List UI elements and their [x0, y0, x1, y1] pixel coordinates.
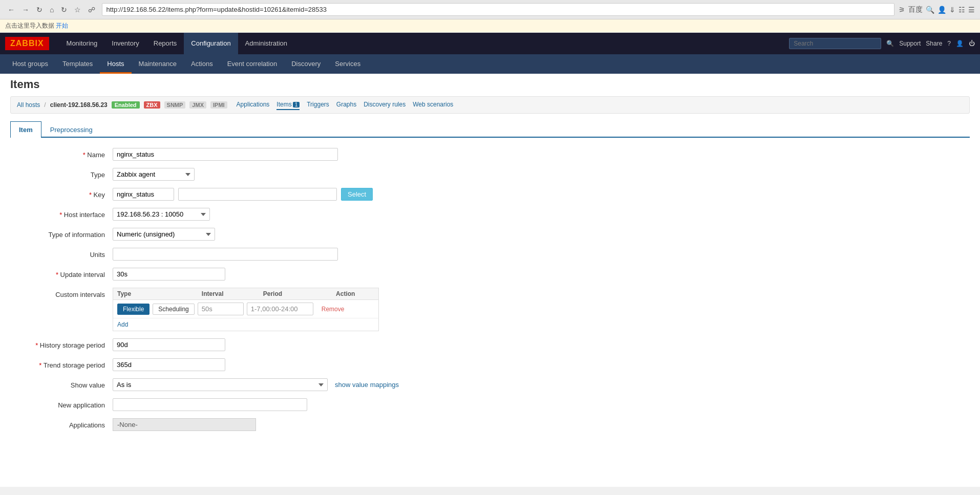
new-application-input[interactable] [113, 398, 307, 411]
type-field: Zabbix agent [113, 168, 195, 181]
breadcrumb-graphs[interactable]: Graphs [336, 100, 356, 110]
type-of-info-field: Numeric (unsigned) [113, 228, 215, 241]
ci-col-action-header: Action [336, 290, 374, 297]
secondnav-actions[interactable]: Actions [184, 54, 220, 74]
update-interval-input[interactable] [113, 268, 225, 281]
applications-label: Applications [10, 418, 113, 429]
ci-add-link[interactable]: Add [113, 318, 378, 331]
nav-reports[interactable]: Reports [146, 33, 184, 54]
ci-col-period-header: Period [263, 290, 336, 297]
type-of-info-select[interactable]: Numeric (unsigned) [113, 228, 215, 241]
history-button[interactable]: ↻ [58, 5, 70, 15]
secondnav-hosts[interactable]: Hosts [100, 54, 131, 74]
user-icon[interactable]: 👤 [956, 40, 964, 47]
form-tabs: Item Preprocessing [10, 121, 970, 138]
tab-item[interactable]: Item [10, 121, 41, 138]
ci-col-type-header: Type [117, 290, 202, 297]
applications-list: -None- [113, 418, 256, 431]
applications-row: Applications -None- [10, 418, 970, 431]
refresh-button[interactable]: ↻ [34, 5, 45, 15]
zbx-badge[interactable]: ZBX [144, 101, 160, 109]
ci-scheduling-btn[interactable]: Scheduling [153, 304, 194, 315]
secondnav-templates[interactable]: Templates [55, 54, 100, 74]
all-hosts-link[interactable]: All hosts [17, 101, 40, 109]
breadcrumb-separator: / [44, 101, 46, 109]
breadcrumb-applications[interactable]: Applications [237, 100, 270, 110]
secondnav-event-correlation[interactable]: Event correlation [220, 54, 285, 74]
ci-flexible-btn[interactable]: Flexible [117, 304, 150, 315]
back-button[interactable]: ← [5, 5, 17, 15]
units-row: Units [10, 248, 970, 261]
bookmark-button[interactable]: ☆ [72, 5, 83, 15]
key-input-extra[interactable] [178, 188, 337, 201]
ci-remove-link[interactable]: Remove [322, 306, 345, 313]
ci-col-interval-header: Interval [202, 290, 263, 297]
history-input[interactable] [113, 338, 225, 351]
host-breadcrumb-bar: All hosts / client-192.168.56.23 Enabled… [10, 96, 970, 114]
nav-administration[interactable]: Administration [238, 33, 294, 54]
reader-button[interactable]: ☍ [86, 5, 98, 15]
name-label: Name [10, 148, 113, 159]
support-link[interactable]: Support [899, 40, 921, 47]
secondnav-discovery[interactable]: Discovery [284, 54, 328, 74]
share-link[interactable]: Share [926, 40, 942, 47]
nav-inventory[interactable]: Inventory [104, 33, 146, 54]
top-search-input[interactable] [789, 38, 881, 49]
browser-download-icon[interactable]: ⇓ [949, 6, 955, 14]
browser-menu-icon[interactable]: ☰ [968, 6, 975, 14]
ci-period-input[interactable] [247, 303, 313, 315]
forward-button[interactable]: → [19, 5, 32, 15]
select-button[interactable]: Select [341, 188, 373, 201]
show-value-mappings-link[interactable]: show value mappings [335, 381, 399, 389]
breadcrumb-web-scenarios[interactable]: Web scenarios [413, 100, 453, 110]
type-row: Type Zabbix agent [10, 168, 970, 181]
power-icon[interactable]: ⏻ [969, 40, 975, 47]
extension-icon[interactable]: ⚞ [899, 6, 905, 14]
home-button[interactable]: ⌂ [47, 5, 56, 15]
zabbix-logo[interactable]: ZABBIX [5, 37, 49, 50]
custom-intervals-row: Custom intervals Type Interval Period Ac… [10, 288, 970, 331]
custom-intervals-field: Type Interval Period Action Flexible Sch… [113, 288, 379, 331]
app-item-none[interactable]: -None- [113, 419, 255, 431]
show-value-select[interactable]: As is [113, 378, 328, 391]
trend-input[interactable] [113, 358, 225, 371]
form-container: Name Type Zabbix agent Key Select [0, 148, 980, 448]
applications-field: -None- [113, 418, 256, 431]
key-field: Select [113, 188, 373, 201]
jmx-badge[interactable]: JMX [189, 101, 206, 109]
enabled-badge: Enabled [112, 101, 140, 109]
type-label: Type [10, 168, 113, 179]
name-row: Name [10, 148, 970, 161]
search-icon[interactable]: 🔍 [886, 40, 894, 47]
address-bar[interactable] [102, 3, 894, 16]
browser-search-icon[interactable]: 🔍 [926, 6, 934, 14]
secondnav-maintenance[interactable]: Maintenance [132, 54, 184, 74]
browser-user-icon[interactable]: 👤 [938, 6, 946, 14]
nav-monitoring[interactable]: Monitoring [59, 33, 105, 54]
ci-interval-input[interactable] [198, 303, 244, 315]
breadcrumb-items[interactable]: Items1 [276, 100, 300, 110]
browser-grid-icon[interactable]: ☷ [958, 6, 965, 14]
host-interface-select[interactable]: 192.168.56.23 : 10050 [113, 208, 210, 221]
breadcrumb-discovery-rules[interactable]: Discovery rules [364, 100, 406, 110]
help-icon[interactable]: ? [947, 40, 951, 47]
hint-link[interactable]: 开始 [56, 22, 68, 29]
units-input[interactable] [113, 248, 338, 261]
breadcrumb-triggers[interactable]: Triggers [307, 100, 329, 110]
top-nav-right: 🔍 Support Share ? 👤 ⏻ [789, 38, 975, 49]
secondnav-host-groups[interactable]: Host groups [5, 54, 55, 74]
baidu-icon[interactable]: 百度 [908, 5, 923, 14]
nav-configuration[interactable]: Configuration [184, 33, 238, 54]
name-input[interactable] [113, 148, 338, 161]
history-field [113, 338, 225, 351]
type-select[interactable]: Zabbix agent [113, 168, 195, 181]
key-input-main[interactable] [113, 188, 174, 201]
toolbar-hint-bar: 点击这里导入数据 开始 [0, 19, 980, 33]
units-field [113, 248, 338, 261]
ipmi-badge[interactable]: IPMI [210, 101, 227, 109]
update-interval-label: Update interval [10, 268, 113, 278]
secondnav-services[interactable]: Services [328, 54, 368, 74]
tab-preprocessing[interactable]: Preprocessing [41, 121, 101, 138]
snmp-badge[interactable]: SNMP [164, 101, 186, 109]
update-interval-row: Update interval [10, 268, 970, 281]
